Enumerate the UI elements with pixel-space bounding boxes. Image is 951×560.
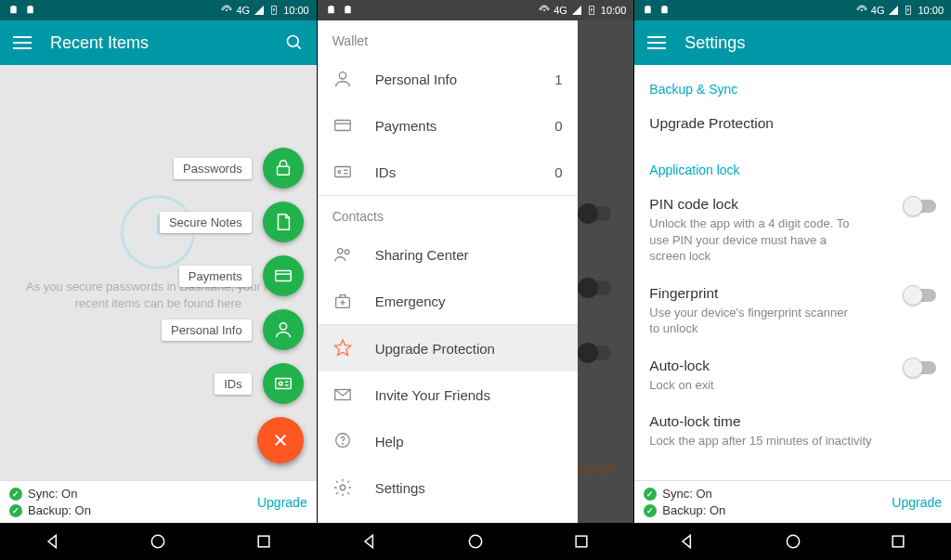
hotspot-icon <box>221 5 232 16</box>
network-label: 4G <box>554 5 567 16</box>
svg-point-40 <box>469 535 481 547</box>
fab-label: IDs <box>215 373 252 395</box>
upgrade-link[interactable]: Upgrade <box>892 495 942 510</box>
back-button[interactable] <box>44 532 62 551</box>
fab-label: Personal Info <box>162 319 252 341</box>
drawer-label: Emergency <box>375 293 446 309</box>
fab-label: Secure Notes <box>160 212 252 233</box>
android-nav-bar <box>0 523 317 560</box>
setting-item-upgrade-protection[interactable]: Upgrade Protection <box>634 106 951 146</box>
drawer-item-settings[interactable]: Settings <box>318 464 578 511</box>
setting-item-autolock-time[interactable]: Auto-lock time Lock the app after 15 min… <box>634 404 951 461</box>
drawer-item-help[interactable]: Help <box>318 418 578 464</box>
setting-title: PIN code lock <box>649 196 858 213</box>
back-button[interactable] <box>360 532 379 551</box>
sync-status: Sync: On <box>662 487 711 501</box>
drawer-section-contacts: Contacts <box>318 196 578 231</box>
svg-point-32 <box>345 250 349 254</box>
fab-ids[interactable]: IDs <box>215 363 304 404</box>
drawer-label: Payments <box>375 118 437 134</box>
drawer-label: Upgrade Protection <box>375 341 495 357</box>
backup-status: Backup: On <box>662 503 725 517</box>
drawer-count: 0 <box>554 118 562 134</box>
drawer-item-payments[interactable]: Payments 0 <box>318 102 578 149</box>
hotspot-icon <box>856 5 867 16</box>
id-icon <box>332 162 353 182</box>
recent-apps-button[interactable] <box>889 532 907 551</box>
check-icon <box>644 504 657 517</box>
status-bar: 4G 10:00 <box>634 0 951 20</box>
status-footer: Sync: On Backup: On Upgrade <box>0 480 317 523</box>
svg-rect-18 <box>258 536 269 547</box>
upgrade-link[interactable]: Upgrade <box>257 495 307 510</box>
status-bar: 4G 10:00 <box>0 0 317 20</box>
phone-1: 4G 10:00 Recent Items As you secure pass… <box>0 0 317 560</box>
svg-point-5 <box>287 36 298 47</box>
setting-item-pin[interactable]: PIN code lock Unlock the app with a 4 di… <box>634 187 951 276</box>
fab-main[interactable] <box>257 417 304 463</box>
battery-icon <box>903 5 914 16</box>
menu-icon[interactable] <box>13 42 32 44</box>
android-icon <box>7 5 20 17</box>
setting-item-fingerprint[interactable]: Fingerprint Use your device's fingerprin… <box>634 276 951 348</box>
svg-point-46 <box>861 9 863 11</box>
drawer-label: Invite Your Friends <box>375 387 490 403</box>
drawer-item-invite[interactable]: Invite Your Friends <box>318 371 578 418</box>
drawer-item-sharing[interactable]: Sharing Center <box>318 231 578 278</box>
svg-rect-41 <box>576 536 587 547</box>
svg-point-39 <box>340 485 345 490</box>
fab-secure-notes[interactable]: Secure Notes <box>160 202 304 242</box>
drawer-label: Settings <box>375 480 425 496</box>
menu-icon[interactable] <box>647 42 666 44</box>
android-icon <box>658 5 671 17</box>
drawer-count: 1 <box>554 72 562 87</box>
android-nav-bar <box>634 523 951 560</box>
card-icon <box>332 115 353 136</box>
drawer-label: Personal Info <box>375 72 457 87</box>
svg-point-17 <box>152 535 164 547</box>
section-header-backup: Backup & Sync <box>634 65 951 106</box>
svg-point-31 <box>337 249 343 254</box>
status-footer: Sync: On Backup: On Upgrade <box>634 480 951 523</box>
hotspot-icon <box>539 5 550 16</box>
fab-payments[interactable]: Payments <box>179 255 304 296</box>
help-icon <box>332 431 353 451</box>
setting-item-autolock[interactable]: Auto-lock Lock on exit <box>634 348 951 405</box>
phone-2: 4G 10:00 ograde Wallet Personal Info 1 <box>317 0 634 560</box>
svg-point-38 <box>342 443 343 444</box>
recent-apps-button[interactable] <box>572 532 591 551</box>
switch-autolock[interactable] <box>905 361 936 374</box>
signal-icon <box>888 5 899 16</box>
action-bar: Recent Items <box>0 20 317 65</box>
svg-point-12 <box>279 382 282 385</box>
home-button[interactable] <box>466 532 485 551</box>
recent-items-content: As you secure passwords in Dashlane, you… <box>0 65 317 480</box>
recent-apps-button[interactable] <box>254 532 273 551</box>
fab-label: Passwords <box>174 158 252 179</box>
drawer-count: 0 <box>554 164 562 180</box>
home-button[interactable] <box>784 532 802 551</box>
drawer-item-personal-info[interactable]: Personal Info 1 <box>318 56 578 102</box>
svg-point-10 <box>280 323 286 330</box>
android-icon <box>325 5 337 17</box>
page-title: Settings <box>684 33 938 53</box>
fab-personal-info[interactable]: Personal Info <box>162 309 304 350</box>
network-label: 4G <box>236 5 250 16</box>
switch-fingerprint[interactable] <box>905 289 936 302</box>
drawer-section-wallet: Wallet <box>318 20 578 56</box>
back-button[interactable] <box>678 532 697 551</box>
setting-title: Fingerprint <box>649 285 858 302</box>
drawer-item-upgrade[interactable]: Upgrade Protection <box>318 325 578 371</box>
drawer-item-emergency[interactable]: Emergency <box>318 278 578 324</box>
switch-pin[interactable] <box>905 200 936 213</box>
battery-icon <box>586 5 597 16</box>
home-button[interactable] <box>149 532 167 551</box>
phone-3: 4G 10:00 Settings Backup & Sync Upgrade … <box>633 0 951 560</box>
drawer-item-ids[interactable]: IDs 0 <box>318 149 578 195</box>
android-icon <box>642 5 654 17</box>
fab-passwords[interactable]: Passwords <box>174 148 304 189</box>
clock-label: 10:00 <box>918 5 944 16</box>
clock-label: 10:00 <box>601 5 627 16</box>
svg-point-28 <box>338 171 341 174</box>
search-icon[interactable] <box>285 33 304 52</box>
